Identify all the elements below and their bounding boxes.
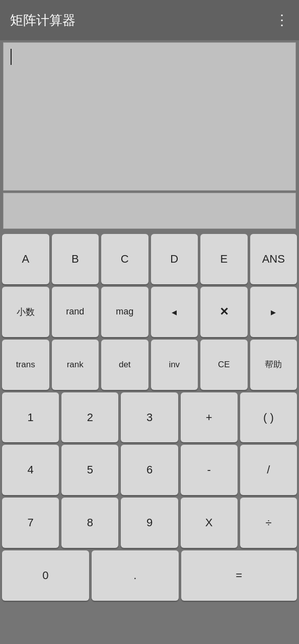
key-det[interactable]: det bbox=[101, 340, 148, 390]
key-help[interactable]: 帮助 bbox=[250, 340, 297, 390]
key-mag[interactable]: mag bbox=[101, 287, 148, 337]
key-divide[interactable]: / bbox=[240, 445, 297, 495]
key-int-divide[interactable]: ÷ bbox=[240, 498, 297, 548]
display-area bbox=[0, 40, 299, 231]
key-3[interactable]: 3 bbox=[121, 392, 178, 443]
key-8[interactable]: 8 bbox=[61, 498, 118, 548]
key-minus[interactable]: - bbox=[181, 445, 238, 495]
key-rank[interactable]: rank bbox=[52, 340, 99, 390]
more-icon[interactable]: ⋮ bbox=[275, 13, 289, 27]
key-decimal[interactable]: 小数 bbox=[2, 287, 49, 337]
key-trans[interactable]: trans bbox=[2, 340, 49, 390]
key-E[interactable]: E bbox=[200, 234, 248, 284]
key-row-4: 1 2 3 + ( ) bbox=[2, 392, 297, 443]
key-6[interactable]: 6 bbox=[121, 445, 178, 495]
key-9[interactable]: 9 bbox=[121, 498, 178, 548]
result-display bbox=[3, 193, 296, 229]
app-title: 矩阵计算器 bbox=[10, 12, 76, 29]
key-row-6: 7 8 9 X ÷ bbox=[2, 498, 297, 548]
key-dot[interactable]: . bbox=[92, 550, 179, 601]
key-row-7: 0 . = bbox=[2, 550, 297, 601]
key-multiply[interactable]: X bbox=[181, 498, 238, 548]
key-2[interactable]: 2 bbox=[61, 392, 118, 443]
key-row-3: trans rank det inv CE 帮助 bbox=[2, 340, 297, 390]
key-row-5: 4 5 6 - / bbox=[2, 445, 297, 495]
app-bar: 矩阵计算器 ⋮ bbox=[0, 0, 299, 40]
key-1[interactable]: 1 bbox=[2, 392, 59, 443]
key-backspace-left[interactable]: ◂ bbox=[151, 287, 198, 337]
key-CE[interactable]: CE bbox=[200, 340, 248, 390]
key-C[interactable]: C bbox=[101, 234, 148, 284]
text-cursor bbox=[11, 49, 12, 65]
key-row-1: A B C D E ANS bbox=[2, 234, 297, 284]
key-B[interactable]: B bbox=[52, 234, 99, 284]
key-4[interactable]: 4 bbox=[2, 445, 59, 495]
bottom-area bbox=[0, 604, 299, 644]
key-D[interactable]: D bbox=[151, 234, 198, 284]
key-equals[interactable]: = bbox=[181, 550, 297, 601]
key-row-2: 小数 rand mag ◂ ✕ ▸ bbox=[2, 287, 297, 337]
key-clear-x[interactable]: ✕ bbox=[200, 287, 248, 337]
key-0[interactable]: 0 bbox=[2, 550, 89, 601]
key-forward-right[interactable]: ▸ bbox=[250, 287, 297, 337]
key-parens[interactable]: ( ) bbox=[240, 392, 297, 443]
key-rand[interactable]: rand bbox=[52, 287, 99, 337]
keyboard: A B C D E ANS 小数 rand mag ◂ ✕ ▸ trans ra… bbox=[0, 231, 299, 604]
key-plus[interactable]: + bbox=[181, 392, 238, 443]
main-display[interactable] bbox=[3, 42, 296, 191]
key-inv[interactable]: inv bbox=[151, 340, 198, 390]
key-A[interactable]: A bbox=[2, 234, 49, 284]
key-5[interactable]: 5 bbox=[61, 445, 118, 495]
key-7[interactable]: 7 bbox=[2, 498, 59, 548]
key-ANS[interactable]: ANS bbox=[250, 234, 297, 284]
